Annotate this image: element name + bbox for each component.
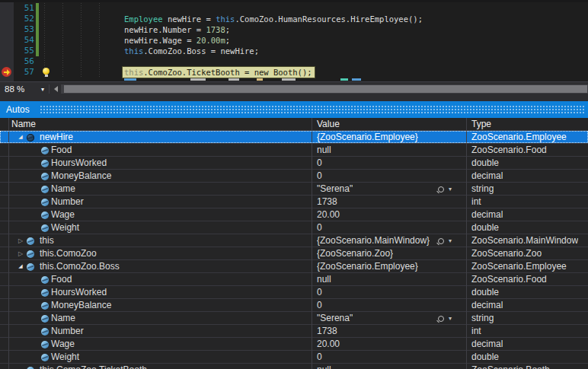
variable-row[interactable]: ▷this.ComoZoo{ZooScenario.Zoo}ZooScenari… <box>0 247 588 260</box>
variable-value[interactable]: 0 <box>317 299 322 311</box>
indent-guide <box>99 3 100 78</box>
variable-name: HoursWorked <box>51 157 107 169</box>
variable-row[interactable]: this.ComoZoo.TicketBoothnullZooScenario.… <box>0 364 588 369</box>
variable-type: ZooScenario.Employee <box>471 260 567 272</box>
variable-icon <box>27 250 34 258</box>
code-token: .ComoZoo.Boss = newHire; <box>143 46 259 56</box>
variable-row[interactable]: Name"Serena"▾string <box>0 183 588 196</box>
collapse-arrow-icon[interactable]: ◢ <box>16 131 25 144</box>
variable-type: string <box>471 312 494 324</box>
variable-value[interactable]: {ZooScenario.Zoo} <box>317 247 393 259</box>
variable-type: double <box>471 286 499 298</box>
variable-name: newHire <box>40 131 73 143</box>
variable-row[interactable]: Weight0double <box>0 221 588 234</box>
variable-icon <box>41 354 49 361</box>
variable-row[interactable]: Wage20.00decimal <box>0 208 588 221</box>
variable-value[interactable]: 0 <box>317 351 322 363</box>
variable-row[interactable]: ◢this.ComoZoo.Boss{ZooScenario.Employee}… <box>0 260 588 273</box>
variable-value[interactable]: 0 <box>317 286 322 298</box>
chevron-down-icon[interactable]: ▾ <box>449 234 452 247</box>
variable-type: ZooScenario.Food <box>471 273 547 285</box>
variable-row[interactable]: ▷this{ZooScenario.MainWindow}▾ZooScenari… <box>0 234 588 247</box>
variable-value[interactable]: {ZooScenario.MainWindow} <box>317 234 430 247</box>
magnifier-icon[interactable] <box>438 186 444 192</box>
variable-row[interactable]: Name"Serena"▾string <box>0 312 588 325</box>
code-token: newHire.Number = <box>124 25 206 34</box>
chevron-down-icon[interactable]: ▾ <box>449 183 452 196</box>
variable-row[interactable]: HoursWorked0double <box>0 286 588 299</box>
magnifier-icon[interactable] <box>438 316 444 322</box>
collapse-arrow-icon[interactable]: ◢ <box>16 260 25 273</box>
variable-value[interactable]: 0 <box>317 170 322 182</box>
code-line[interactable]: this.ComoZoo.Boss = newHire; <box>124 46 259 56</box>
variable-value[interactable]: null <box>317 144 331 156</box>
variable-name: Food <box>51 144 72 156</box>
variable-value[interactable]: 0 <box>317 221 322 234</box>
autos-panel-titlebar[interactable]: Autos <box>0 101 588 118</box>
variable-row[interactable]: MoneyBalance0decimal <box>0 299 588 312</box>
variable-row[interactable]: MoneyBalance0decimal <box>0 170 588 183</box>
variable-icon <box>41 147 49 154</box>
line-number: 51 <box>14 3 34 14</box>
variable-type: string <box>471 183 494 195</box>
variable-icon <box>41 212 49 219</box>
editor-top-edge <box>0 0 588 2</box>
variable-row[interactable]: Number1738int <box>0 196 588 208</box>
code-line[interactable]: this.ComoZoo.TicketBooth = new Booth(); <box>124 67 315 78</box>
variable-value[interactable]: null <box>317 364 331 369</box>
variable-value[interactable]: null <box>317 273 331 285</box>
variable-row[interactable]: Number1738int <box>0 325 588 338</box>
column-header-value[interactable]: Value <box>317 118 340 130</box>
code-token: newHire.Wage = <box>124 36 197 45</box>
zoom-level-dropdown[interactable]: 88 % ▾ <box>0 82 49 96</box>
variable-value[interactable]: 0 <box>317 157 322 169</box>
variable-type: double <box>471 157 499 169</box>
current-statement-highlight: this.ComoZoo.TicketBooth = new Booth(); <box>123 67 315 78</box>
variable-value[interactable]: "Serena" <box>317 183 353 195</box>
clipped-line-fragment <box>190 78 206 81</box>
column-header-type[interactable]: Type <box>471 118 491 130</box>
code-line[interactable]: newHire.Wage = 20.00m; <box>124 35 230 46</box>
variable-row[interactable]: HoursWorked0double <box>0 157 588 170</box>
code-line[interactable]: newHire.Number = 1738; <box>124 24 230 35</box>
variable-type: ZooScenario.Booth <box>471 364 550 369</box>
code-editor[interactable]: 51525354555657 Employee newHire = this.C… <box>0 0 588 81</box>
chevron-down-icon[interactable]: ▾ <box>449 312 452 325</box>
clipped-line-fragment <box>352 78 361 81</box>
variable-row[interactable]: Wage20.00decimal <box>0 338 588 351</box>
magnifier-icon[interactable] <box>438 238 444 244</box>
column-headers: Name Value Type <box>0 118 588 131</box>
variable-type: double <box>471 351 499 363</box>
clipped-line-fragment <box>282 78 296 81</box>
variable-type: ZooScenario.Zoo <box>471 247 542 259</box>
pane-splitter[interactable] <box>0 96 588 101</box>
code-line[interactable]: Employee newHire = this.ComoZoo.HumanRes… <box>124 14 423 24</box>
variable-type: ZooScenario.Food <box>471 144 547 156</box>
expand-arrow-icon[interactable]: ▷ <box>16 234 25 247</box>
variable-name: this.ComoZoo <box>40 247 97 259</box>
variable-name: Weight <box>51 221 79 234</box>
variable-value[interactable]: 1738 <box>317 196 337 208</box>
variable-name: Weight <box>51 351 79 363</box>
variable-name: Wage <box>51 208 75 221</box>
lightbulb-icon[interactable] <box>43 68 50 75</box>
variable-type: ZooScenario.Employee <box>471 131 567 143</box>
variable-value[interactable]: "Serena" <box>317 312 353 324</box>
variable-value[interactable]: 20.00 <box>317 208 340 221</box>
variable-row[interactable]: FoodnullZooScenario.Food <box>0 273 588 286</box>
variable-icon <box>27 134 34 142</box>
variable-row[interactable]: FoodnullZooScenario.Food <box>0 144 588 157</box>
variable-row[interactable]: ◢newHire{ZooScenario.Employee}ZooScenari… <box>0 131 588 144</box>
variable-value[interactable]: 1738 <box>317 325 337 337</box>
horizontal-scrollbar[interactable] <box>61 84 588 94</box>
expand-arrow-icon[interactable]: ▷ <box>16 247 25 260</box>
scroll-left-arrow[interactable] <box>50 82 61 96</box>
code-token: ; <box>225 36 230 45</box>
variable-value[interactable]: {ZooScenario.Employee} <box>317 260 418 272</box>
breakpoint-icon[interactable] <box>2 67 11 77</box>
variable-value[interactable]: 20.00 <box>317 338 340 350</box>
variable-row[interactable]: Weight0double <box>0 351 588 364</box>
variable-value[interactable]: {ZooScenario.Employee} <box>317 131 418 143</box>
scrollbar-thumb[interactable] <box>64 85 587 93</box>
column-header-name[interactable]: Name <box>11 118 36 130</box>
